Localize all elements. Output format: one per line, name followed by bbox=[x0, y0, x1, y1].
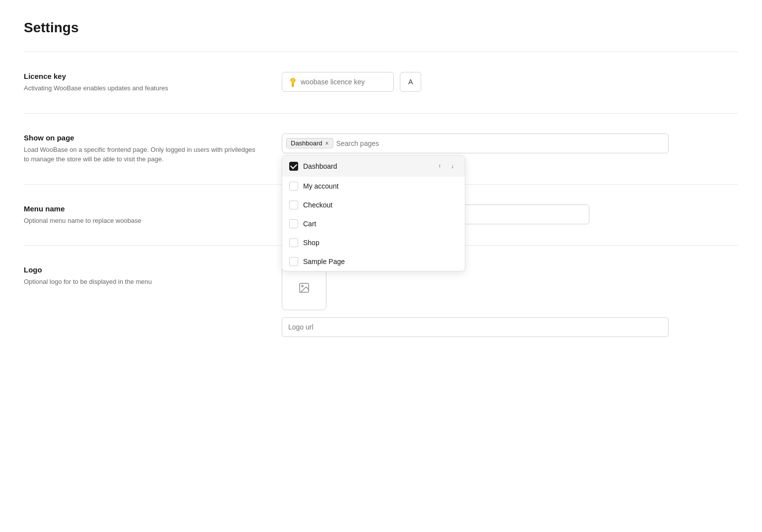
logo-label: Logo bbox=[24, 266, 262, 274]
dropdown-item-dashboard[interactable]: Dashboard ↑ ↓ bbox=[282, 156, 465, 177]
image-icon bbox=[298, 282, 310, 294]
sample-page-checkbox bbox=[289, 257, 298, 266]
sort-arrows-dashboard: ↑ ↓ bbox=[434, 161, 458, 172]
show-on-page-section: Show on page Load WooBase on a specific … bbox=[24, 114, 738, 184]
my-account-checkbox bbox=[289, 182, 298, 191]
dropdown-item-dashboard-label: Dashboard bbox=[303, 162, 429, 170]
dropdown-item-shop-label: Shop bbox=[303, 239, 458, 247]
cart-checkbox bbox=[289, 219, 298, 228]
show-on-page-label: Show on page bbox=[24, 133, 262, 142]
logo-upload-box[interactable] bbox=[282, 266, 326, 310]
activate-button[interactable]: A bbox=[400, 72, 421, 92]
menu-name-label: Menu name bbox=[24, 204, 262, 213]
dropdown-item-my-account-label: My account bbox=[303, 182, 458, 190]
page-selector-input[interactable]: Dashboard × bbox=[282, 133, 669, 153]
key-icon: 🔑 bbox=[287, 76, 298, 87]
pages-dropdown: Dashboard ↑ ↓ My account Checkout Cart bbox=[282, 155, 465, 271]
dropdown-item-cart-label: Cart bbox=[303, 220, 458, 228]
licence-key-label-col: Licence key Activating WooBase enables u… bbox=[24, 72, 262, 93]
logo-label-col: Logo Optional logo for to be displayed i… bbox=[24, 266, 262, 287]
dropdown-item-cart[interactable]: Cart bbox=[282, 214, 465, 233]
search-pages-input[interactable] bbox=[336, 139, 664, 147]
licence-key-input-wrapper: 🔑 bbox=[282, 72, 394, 92]
dropdown-item-sample-page[interactable]: Sample Page bbox=[282, 252, 465, 271]
svg-point-1 bbox=[302, 285, 303, 287]
licence-key-description: Activating WooBase enables updates and f… bbox=[24, 83, 262, 93]
dropdown-item-my-account[interactable]: My account bbox=[282, 177, 465, 196]
sort-up-button[interactable]: ↑ bbox=[434, 161, 445, 172]
licence-key-section: Licence key Activating WooBase enables u… bbox=[24, 52, 738, 113]
shop-checkbox bbox=[289, 238, 298, 247]
dropdown-item-checkout[interactable]: Checkout bbox=[282, 196, 465, 214]
menu-name-label-col: Menu name Optional menu name to replace … bbox=[24, 204, 262, 226]
logo-url-input[interactable] bbox=[282, 317, 669, 337]
dashboard-checkbox bbox=[289, 162, 298, 171]
show-on-page-input-col: Dashboard × Dashboard ↑ ↓ My account bbox=[282, 133, 738, 153]
licence-key-label: Licence key bbox=[24, 72, 262, 80]
checkout-checkbox bbox=[289, 200, 298, 209]
show-on-page-label-col: Show on page Load WooBase on a specific … bbox=[24, 133, 262, 164]
licence-key-input-col: 🔑 A bbox=[282, 72, 738, 92]
dropdown-item-checkout-label: Checkout bbox=[303, 201, 458, 209]
dropdown-item-shop[interactable]: Shop bbox=[282, 233, 465, 252]
dashboard-tag: Dashboard × bbox=[286, 138, 333, 148]
logo-description: Optional logo for to be displayed in the… bbox=[24, 277, 262, 287]
dashboard-tag-label: Dashboard bbox=[291, 139, 322, 147]
licence-key-input[interactable] bbox=[301, 78, 387, 86]
logo-input-col bbox=[282, 266, 738, 337]
dropdown-item-sample-page-label: Sample Page bbox=[303, 258, 458, 266]
sort-down-button[interactable]: ↓ bbox=[447, 161, 458, 172]
page-title: Settings bbox=[24, 20, 738, 36]
show-on-page-description: Load WooBase on a specific frontend page… bbox=[24, 145, 262, 164]
dashboard-tag-remove[interactable]: × bbox=[325, 140, 329, 146]
menu-name-description: Optional menu name to replace woobase bbox=[24, 216, 262, 226]
